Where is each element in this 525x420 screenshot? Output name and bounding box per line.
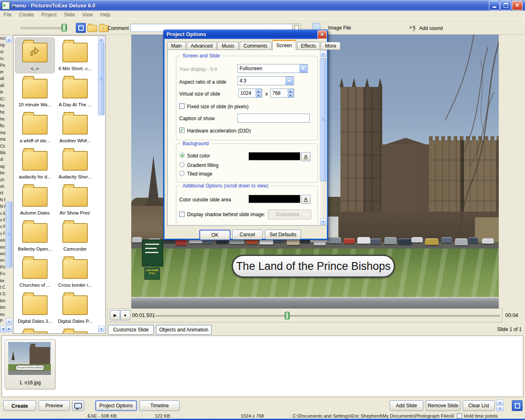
tree-scroll-down-button[interactable]: ▼ [6, 318, 12, 325]
customize-shadow-button[interactable]: Customize... [268, 210, 311, 219]
tree-scrollbar-thumb[interactable] [6, 202, 12, 267]
tree-item[interactable]: v F [0, 217, 5, 224]
spin-up-icon[interactable] [256, 89, 262, 93]
menu-item[interactable]: Project [37, 11, 60, 18]
folder-item[interactable]: Another Whif... [55, 110, 95, 146]
tree-item[interactable]: en [0, 257, 5, 264]
background-color-swatch[interactable] [249, 152, 300, 160]
tree-item[interactable]: wsl [0, 237, 5, 244]
tree-item[interactable]: wsl [0, 251, 5, 257]
tree-item[interactable]: P [0, 318, 5, 324]
hardware-accel-checkbox[interactable]: ✓ [179, 128, 185, 133]
background-color-picker-button[interactable]: A [301, 152, 310, 161]
menu-item[interactable]: File [0, 11, 15, 18]
tree-item[interactable]: Ma [0, 150, 5, 156]
dialog-tab[interactable]: Screen [272, 40, 296, 50]
dialog-scroll-down-button[interactable]: ▼ [320, 218, 326, 225]
outside-color-picker-button[interactable]: A [301, 195, 310, 204]
toolbar-overflow-chevron[interactable]: » [12, 4, 15, 9]
folder-item[interactable]: <..> [15, 37, 55, 73]
fixed-size-checkbox[interactable] [179, 103, 185, 109]
folder-item[interactable]: EXE Files [55, 326, 95, 334]
close-button[interactable]: ✕ [512, 1, 523, 10]
tree-item[interactable]: le [0, 89, 5, 96]
spin-down-icon[interactable] [256, 93, 262, 97]
tree-item[interactable]: v F [0, 231, 5, 237]
dialog-tab[interactable]: More [321, 42, 340, 50]
menu-item[interactable]: Create [15, 11, 37, 18]
tree-item[interactable]: ma [0, 130, 5, 136]
tree-item[interactable]: tim [0, 304, 5, 311]
seek-slider-track[interactable] [155, 315, 500, 317]
tree-item[interactable]: al [0, 156, 5, 163]
folder-item[interactable]: Cross border i... [55, 254, 95, 290]
solid-color-radio[interactable] [179, 153, 185, 158]
tree-item[interactable]: IC: [0, 96, 5, 103]
tree-item[interactable]: he [0, 103, 5, 109]
tree-item[interactable]: v F [0, 224, 5, 230]
files-scrollbar-thumb[interactable] [98, 43, 105, 115]
add-slide-button[interactable]: Add Slide [390, 400, 423, 411]
tree-item[interactable]: be [0, 170, 5, 176]
tree-item[interactable]: N F [0, 203, 5, 210]
tree-item[interactable]: Pic [0, 62, 5, 69]
tree-item[interactable]: all [0, 82, 5, 89]
expand-panel-button[interactable] [512, 400, 523, 411]
thumbnail-zoom-slider-thumb[interactable] [62, 24, 67, 32]
tree-item[interactable]: ng [0, 42, 5, 48]
height-spinner[interactable]: 768 [270, 89, 294, 98]
gradient-filling-radio[interactable] [179, 162, 185, 167]
width-spinner[interactable]: 1024 [238, 89, 262, 98]
tree-item[interactable]: ag [0, 163, 5, 170]
files-scroll-up-button[interactable]: ▲ [98, 36, 105, 43]
folder-item[interactable]: Digital Dales P... [55, 290, 95, 326]
play-button[interactable]: ▶ [110, 310, 120, 320]
stop-button[interactable]: ■ [120, 310, 130, 320]
dialog-tab[interactable]: Music [217, 42, 238, 50]
tree-item[interactable]: v E [0, 210, 5, 217]
folder-item[interactable]: a whiff of ste... [15, 110, 55, 146]
tree-item[interactable]: ril [0, 190, 5, 196]
hold-time-points-checkbox[interactable] [457, 413, 462, 418]
dialog-tab[interactable]: Advanced [187, 42, 217, 50]
folder-item[interactable]: Digital Dales 3... [15, 290, 55, 326]
objects-animation-button[interactable]: Objects and Animation [156, 325, 212, 335]
menu-item[interactable]: Slide [60, 11, 79, 18]
create-button[interactable]: Create [3, 400, 36, 411]
restore-button[interactable] [500, 1, 511, 10]
tree-item[interactable]: ch [0, 177, 5, 183]
folder-item[interactable]: 6 Min Short. c... [55, 37, 95, 73]
tree-item[interactable]: he [0, 109, 5, 116]
dialog-tab[interactable]: Effects [297, 42, 320, 50]
menu-item[interactable]: View [78, 11, 96, 18]
folder-item[interactable]: Bellerby Open... [15, 218, 55, 254]
caption-of-show-input[interactable] [237, 114, 310, 123]
seek-slider-thumb[interactable] [285, 312, 290, 320]
tree-item[interactable]: ke [0, 278, 5, 284]
combo-arrow-icon[interactable] [299, 64, 307, 73]
tree-item[interactable]: nt [0, 49, 5, 55]
tree-item[interactable]: ru [0, 55, 5, 62]
folder-item[interactable]: A Day At The ... [55, 73, 95, 110]
folder-item[interactable]: Churches of ... [15, 254, 55, 290]
tree-scroll-up-button[interactable]: ▲ [6, 36, 12, 43]
tree-item[interactable]: wsl [0, 244, 5, 251]
dialog-scrollbar-thumb[interactable] [320, 58, 326, 181]
folder-item[interactable]: Audacity Shor... [55, 146, 95, 182]
menu-item[interactable]: Help [96, 11, 114, 18]
folder-item[interactable]: AV Show Pres' [55, 182, 95, 218]
spin-up-button[interactable]: ▲ [496, 399, 504, 405]
tree-item[interactable]: ncl [0, 35, 5, 42]
tree-item[interactable]: ma [0, 136, 5, 143]
cancel-button[interactable]: Cancel [232, 230, 262, 240]
tree-scroll-left-button[interactable]: ◀ [0, 326, 6, 332]
tree-scroll-right-button[interactable]: ▶ [6, 326, 12, 332]
spin-down-button[interactable]: ▼ [496, 405, 504, 411]
tree-item[interactable]: t C [0, 284, 5, 291]
fit-window-button[interactable] [76, 23, 86, 33]
change-image-label[interactable]: Image File [328, 25, 351, 31]
timeline-button[interactable]: Timeline [139, 400, 180, 411]
preview-button[interactable]: Preview [39, 400, 70, 411]
tree-item[interactable]: Frc [0, 271, 5, 277]
combo-arrow-icon[interactable] [285, 77, 293, 85]
